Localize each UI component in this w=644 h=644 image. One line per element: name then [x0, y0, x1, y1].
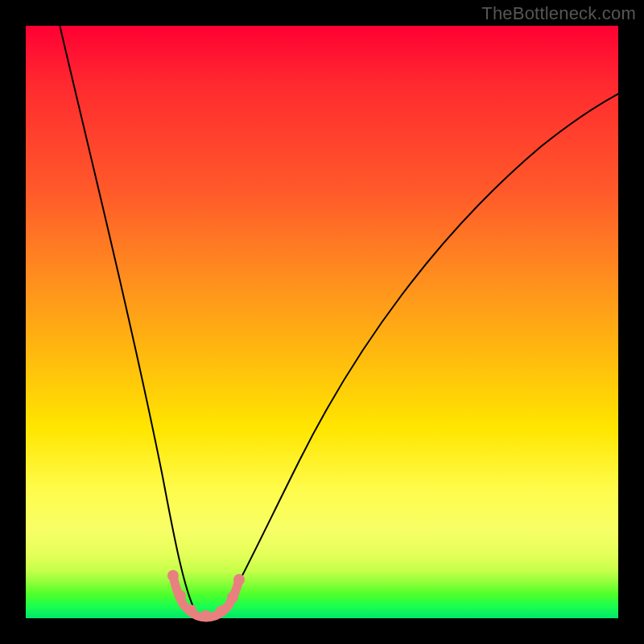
optimal-band-dot	[216, 605, 227, 617]
watermark-text: TheBottleneck.com	[481, 3, 636, 24]
chart-svg	[26, 26, 618, 618]
bottleneck-curve	[58, 18, 625, 617]
optimal-band-dot	[233, 574, 245, 585]
optimal-band-dot	[200, 610, 212, 621]
chart-frame: TheBottleneck.com	[0, 0, 644, 644]
optimal-band-dot	[227, 592, 238, 603]
optimal-band-dot	[167, 570, 179, 581]
optimal-band-dot	[185, 605, 196, 616]
optimal-band-dot	[175, 590, 186, 601]
